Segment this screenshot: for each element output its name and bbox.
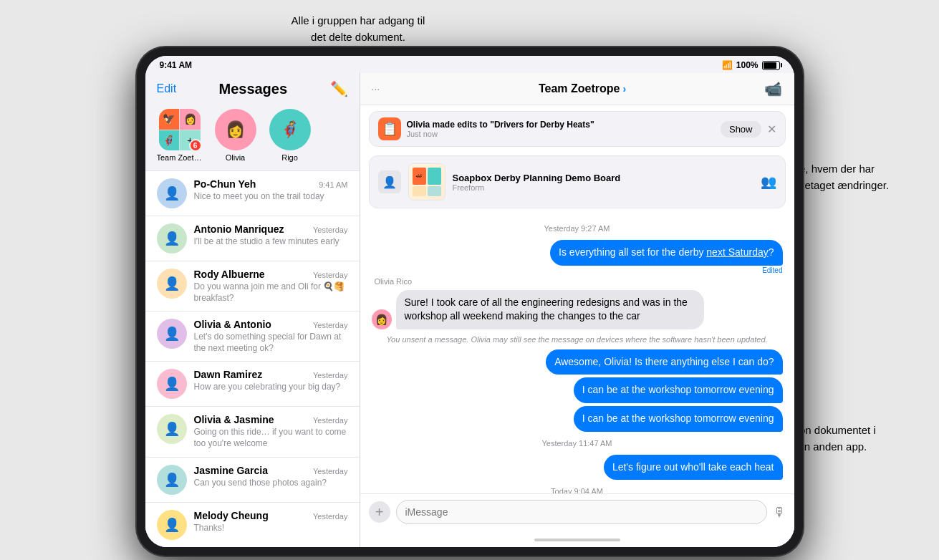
status-bar: 9:41 AM 📶 100% — [145, 56, 794, 73]
conv-info-olivia-antonio: Olivia & Antonio Yesterday Let's do some… — [194, 319, 348, 354]
timestamp-yesterday-1147: Yesterday 11:47 AM — [372, 439, 783, 448]
conversation-list: 👤 Po-Chun Yeh 9:41 AM Nice to meet you o… — [145, 170, 360, 547]
bubble-workshop1: I can be at the workshop tomorrow evenin… — [574, 377, 783, 403]
annotation-right1: Se, hvem der harforetaget ændringer. — [792, 161, 921, 193]
conversation-olivia-antonio[interactable]: 👤 Olivia & Antonio Yesterday Let's do so… — [145, 312, 360, 362]
chat-title: Team Zoetrope — [539, 82, 620, 95]
pinned-label-team: Team Zoetrope — [157, 153, 203, 162]
pinned-olivia[interactable]: 👩 Olivia — [214, 109, 257, 162]
compose-button[interactable]: ✏️ — [330, 80, 348, 97]
bubble-workshop2: I can be at the workshop tomorrow evenin… — [574, 406, 783, 432]
edit-button[interactable]: Edit — [157, 82, 177, 95]
avatar-po-chun: 👤 — [157, 178, 187, 208]
chat-header: ··· Team Zoetrope › 📹 — [360, 73, 794, 105]
conv-preview-antonio: I'll be at the studio a few minutes earl… — [194, 236, 348, 248]
message-input[interactable] — [396, 500, 767, 524]
pinned-contacts: 🦅 👩 🦸 + 6 Team Zoetrope — [145, 103, 360, 170]
conv-header-po-chun: Po-Chun Yeh 9:41 AM — [194, 178, 348, 190]
conv-info-melody: Melody Cheung Yesterday Thanks! — [194, 510, 348, 534]
pinned-rigo[interactable]: 🦸 Rigo — [269, 109, 312, 162]
notif-close-button[interactable]: ✕ — [767, 122, 776, 136]
pinned-team-zoetrope[interactable]: 🦅 👩 🦸 + 6 Team Zoetrope — [157, 109, 203, 162]
conv-name-rody: Rody Albuerne — [194, 269, 265, 280]
conv-preview-olivia-jasmine: Going on this ride… if you want to come … — [194, 427, 348, 449]
doc-card-avatar: 👤 — [378, 170, 401, 193]
chat-header-left-spacer: ··· — [372, 82, 400, 95]
conv-header-olivia-antonio: Olivia & Antonio Yesterday — [194, 319, 348, 330]
message-outgoing-awesome: Awesome, Olivia! Is there anything else … — [372, 349, 783, 375]
message-outgoing-workshop1: I can be at the workshop tomorrow evenin… — [372, 377, 783, 403]
chat-area: ··· Team Zoetrope › 📹 📋 — [360, 73, 794, 547]
conv-header-olivia-jasmine: Olivia & Jasmine Yesterday — [194, 414, 348, 425]
conversation-jasmine[interactable]: 👤 Jasmine Garcia Yesterday Can you send … — [145, 458, 360, 503]
notif-sub: Just now — [407, 130, 715, 138]
avatar-dawn: 👤 — [157, 369, 187, 399]
avatar-wrapper-rigo: 🦸 — [269, 109, 311, 150]
message-outgoing-workshop2: I can be at the workshop tomorrow evenin… — [372, 406, 783, 432]
avatar-olivia-antonio: 👤 — [157, 319, 187, 349]
conversation-rody[interactable]: 👤 Rody Albuerne Yesterday Do you wanna j… — [145, 261, 360, 312]
video-call-button[interactable]: 📹 — [764, 81, 782, 97]
ipad-frame: 9:41 AM 📶 100% Edit Messages — [137, 47, 803, 556]
conv-info-jasmine: Jasmine Garcia Yesterday Can you send th… — [194, 465, 348, 489]
doc-title: Soapbox Derby Planning Demo Board — [453, 173, 753, 183]
microphone-button[interactable]: 🎙 — [773, 505, 786, 520]
conv-preview-dawn: How are you celebrating your big day? — [194, 382, 348, 393]
conv-header-melody: Melody Cheung Yesterday — [194, 510, 348, 521]
home-indicator — [360, 533, 794, 547]
conv-name-dawn: Dawn Ramirez — [194, 369, 263, 380]
annotation-right2: Åbn dokumentet iden anden app. — [792, 423, 921, 455]
chat-title-area[interactable]: Team Zoetrope › — [539, 82, 626, 95]
avatar-wrapper-olivia: 👩 — [215, 109, 256, 150]
ipad-screen: 9:41 AM 📶 100% Edit Messages — [145, 56, 794, 547]
doc-info: Soapbox Derby Planning Demo Board Freefo… — [453, 173, 753, 192]
battery-icon — [762, 61, 780, 70]
conv-preview-olivia-antonio: Let's do something special for Dawn at t… — [194, 332, 348, 354]
timestamp-today-904: Today 9:04 AM — [372, 487, 783, 493]
conv-header-rody: Rody Albuerne Yesterday — [194, 269, 348, 280]
conv-name-po-chun: Po-Chun Yeh — [194, 178, 256, 190]
notif-text-area: Olivia made edits to "Drivers for Derby … — [407, 120, 715, 138]
conversation-antonio[interactable]: 👤 Antonio Manriquez Yesterday I'll be at… — [145, 216, 360, 261]
conv-name-olivia-antonio: Olivia & Antonio — [194, 319, 271, 330]
conv-info-dawn: Dawn Ramirez Yesterday How are you celeb… — [194, 369, 348, 393]
sender-name-olivia: Olivia Rico — [372, 277, 783, 286]
incoming-avatar: 👩 — [372, 309, 392, 329]
message-incoming-olivia: 👩 Sure! I took care of all the engineeri… — [372, 290, 783, 329]
avatar-rody: 👤 — [157, 269, 187, 299]
bubble-olivia: Sure! I took care of all the engineering… — [396, 290, 705, 329]
conv-name-olivia-jasmine: Olivia & Jasmine — [194, 414, 274, 425]
doc-people-icon: 👥 — [761, 174, 776, 190]
chat-header-actions: 📹 — [764, 80, 782, 97]
input-bar: + 🎙 — [360, 493, 794, 533]
battery-label: 100% — [736, 60, 759, 70]
doc-subtitle: Freeform — [453, 183, 753, 192]
doc-card-top[interactable]: 👤 🏎 Soapbox Derby Planning Demo Board — [369, 155, 786, 208]
add-attachment-button[interactable]: + — [369, 501, 390, 523]
avatar-antonio: 👤 — [157, 223, 187, 254]
conversation-po-chun[interactable]: 👤 Po-Chun Yeh 9:41 AM Nice to meet you o… — [145, 170, 360, 216]
timestamp-yesterday-927: Yesterday 9:27 AM — [372, 224, 783, 233]
conversation-olivia-jasmine[interactable]: 👤 Olivia & Jasmine Yesterday Going on th… — [145, 407, 360, 457]
conv-preview-po-chun: Nice to meet you on the trail today — [194, 191, 348, 203]
message-outgoing-derby: Is everything all set for the derby next… — [372, 240, 783, 274]
sidebar-header: Edit Messages ✏️ — [145, 73, 360, 103]
avatar-wrapper-team: 🦅 👩 🦸 + 6 — [159, 109, 201, 150]
conv-preview-melody: Thanks! — [194, 523, 348, 534]
conversation-melody[interactable]: 👤 Melody Cheung Yesterday Thanks! — [145, 503, 360, 547]
unsent-notice: You unsent a message. Olivia may still s… — [372, 335, 783, 344]
conv-header-jasmine: Jasmine Garcia Yesterday — [194, 465, 348, 476]
wifi-icon: 📶 — [722, 60, 733, 70]
conv-time-antonio: Yesterday — [313, 226, 348, 234]
bubble-heat: Let's figure out who'll take each heat — [604, 455, 783, 481]
conv-time-rody: Yesterday — [313, 271, 348, 279]
chat-dots: ··· — [372, 83, 380, 95]
conv-info-olivia-jasmine: Olivia & Jasmine Yesterday Going on this… — [194, 414, 348, 449]
annotation-top: Alle i gruppen har adgang tildet delte d… — [279, 13, 437, 45]
notification-banner: 📋 Olivia made edits to "Drivers for Derb… — [369, 111, 786, 147]
conversation-dawn[interactable]: 👤 Dawn Ramirez Yesterday How are you cel… — [145, 362, 360, 407]
link-next-saturday[interactable]: next Saturday — [706, 246, 768, 258]
avatar-olivia: 👩 — [215, 109, 256, 150]
notif-show-button[interactable]: Show — [721, 121, 761, 137]
conv-time-po-chun: 9:41 AM — [319, 180, 347, 189]
